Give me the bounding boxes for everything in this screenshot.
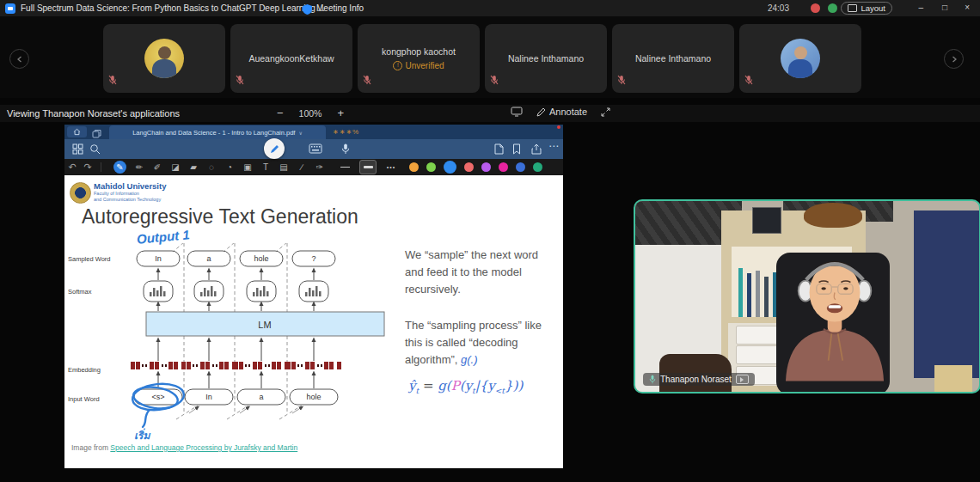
pdf-app-window: LangChain and Data Science - 1 - Intro t… bbox=[64, 125, 563, 468]
pen-color-4[interactable] bbox=[481, 162, 491, 172]
formula-mid: |{y bbox=[475, 378, 495, 394]
zoom-in-button[interactable]: + bbox=[337, 107, 344, 119]
redo-button[interactable]: ↷ bbox=[80, 162, 95, 173]
lasso-tool-icon[interactable]: ◌ bbox=[206, 162, 217, 172]
pointer-tool-icon[interactable]: ✑ bbox=[315, 162, 325, 172]
share-border-dot bbox=[557, 125, 560, 129]
participant-tile[interactable]: kongphop kaochot ! Unverified bbox=[358, 24, 480, 93]
participant-strip: AueangkoonKetkhaw kongphop kaochot ! Unv… bbox=[0, 16, 980, 98]
zoom-out-button[interactable]: − bbox=[277, 107, 284, 119]
more-options-icon[interactable]: ⋯ bbox=[548, 140, 559, 152]
sampled-word-3: ? bbox=[311, 254, 315, 263]
maximize-button[interactable]: □ bbox=[942, 3, 947, 12]
speaker-person bbox=[756, 226, 914, 394]
pen-color-1[interactable] bbox=[426, 162, 436, 172]
pen-color-6[interactable] bbox=[516, 162, 525, 172]
pen-color-5[interactable] bbox=[499, 162, 508, 172]
keyboard-icon[interactable] bbox=[309, 143, 322, 154]
participant-tile[interactable]: Nalinee Inthamano bbox=[485, 24, 607, 93]
meeting-timer: 24:03 bbox=[768, 3, 789, 13]
muted-mic-icon bbox=[617, 73, 626, 88]
participant-tile[interactable] bbox=[739, 24, 861, 93]
meeting-info-button[interactable]: Meeting Info bbox=[316, 3, 364, 13]
minimize-button[interactable]: – bbox=[918, 3, 923, 12]
thickness-medium[interactable] bbox=[359, 160, 377, 174]
annotate-pen-icon bbox=[536, 107, 546, 117]
sampling-formula: ŷt = g(P(yt|{y<t})) bbox=[408, 378, 523, 395]
mahidol-logo bbox=[70, 182, 91, 204]
participant-tile[interactable]: Nalinee Inthamano bbox=[612, 24, 734, 93]
record-indicator-button[interactable] bbox=[811, 3, 820, 13]
decoding-function-symbol: g(.) bbox=[461, 353, 478, 366]
handwritten-start-annotation: เริ่ม bbox=[134, 428, 151, 442]
slide-title: Autoregressive Text Generation bbox=[82, 205, 358, 229]
annotate-label: Annotate bbox=[549, 107, 587, 117]
scroll-left-button[interactable] bbox=[9, 49, 29, 69]
undo-button[interactable]: ↶ bbox=[64, 162, 80, 173]
pen-color-0[interactable] bbox=[409, 162, 419, 172]
home-icon bbox=[73, 128, 81, 136]
footer-citation-link[interactable]: Speech and Language Processing by Jurafs… bbox=[110, 443, 297, 452]
grid-view-icon[interactable] bbox=[72, 143, 83, 155]
thickness-thin[interactable] bbox=[337, 161, 352, 174]
muted-mic-icon bbox=[108, 73, 117, 88]
participant-tile[interactable] bbox=[103, 24, 225, 93]
shared-screen-icon[interactable] bbox=[511, 107, 523, 117]
participant-name: Nalinee Inthamano bbox=[508, 53, 584, 64]
university-name: Mahidol University bbox=[94, 181, 166, 191]
scroll-right-button[interactable] bbox=[944, 49, 964, 69]
encryption-indicator-button[interactable] bbox=[828, 3, 837, 13]
faculty-line-2: and Communication Technology bbox=[94, 197, 166, 203]
pdf-tab-bar: LangChain and Data Science - 1 - Intro t… bbox=[64, 125, 563, 139]
participant-tile[interactable]: AueangkoonKetkhaw bbox=[230, 24, 352, 93]
dictation-mic-icon[interactable] bbox=[341, 143, 350, 155]
pencil-floating-button[interactable] bbox=[264, 138, 285, 159]
pen-tool-icon[interactable]: ✎ bbox=[113, 161, 126, 174]
close-button[interactable]: × bbox=[965, 3, 970, 12]
shapes-tool-icon[interactable]: ◔ bbox=[224, 162, 235, 172]
pen-color-row bbox=[409, 161, 542, 174]
ruler-tool-icon[interactable]: ∕ bbox=[297, 162, 307, 172]
input-word-3: hole bbox=[306, 393, 321, 401]
footer-prefix: Image from bbox=[71, 443, 110, 452]
meeting-title: Full Spectrum Data Science: From Python … bbox=[21, 3, 325, 13]
page-icon[interactable] bbox=[494, 143, 504, 155]
active-document-tab[interactable]: LangChain and Data Science - 1 - Intro t… bbox=[109, 125, 326, 139]
sampled-word-2: hole bbox=[254, 254, 268, 263]
lm-label: LM bbox=[258, 320, 271, 330]
sticker-tool-icon[interactable]: ▤ bbox=[279, 162, 289, 172]
annotation-toolbar: ↶ ↷ ✎✏✐◪▰◌◔▣T▤∕✑ ••• bbox=[64, 159, 563, 175]
window-titlebar: Full Spectrum Data Science: From Python … bbox=[0, 0, 980, 16]
ball-pen-tool-icon[interactable]: ✏ bbox=[134, 162, 144, 172]
chevron-left-icon bbox=[16, 56, 23, 63]
tool-row: ✎✏✐◪▰◌◔▣T▤∕✑ bbox=[113, 161, 325, 174]
highlighter-tool-icon[interactable]: ▰ bbox=[188, 162, 199, 172]
thickness-dotted[interactable]: ••• bbox=[383, 161, 399, 174]
pen-color-2[interactable] bbox=[444, 161, 456, 174]
formula-p: P bbox=[451, 378, 460, 394]
search-icon[interactable] bbox=[89, 143, 101, 155]
pencil-icon bbox=[269, 143, 280, 155]
layout-button[interactable]: Layout bbox=[841, 2, 892, 15]
avatar bbox=[144, 39, 184, 78]
annotate-button[interactable]: Annotate bbox=[536, 107, 587, 117]
text-tool-icon[interactable]: T bbox=[260, 162, 271, 172]
home-button[interactable] bbox=[67, 126, 87, 137]
muted-mic-icon bbox=[363, 73, 371, 88]
thickness-row: ••• bbox=[337, 160, 399, 174]
bookmark-icon[interactable] bbox=[512, 143, 521, 155]
zoom-level[interactable]: 100% bbox=[299, 108, 322, 119]
share-export-icon[interactable] bbox=[531, 143, 542, 155]
pen-color-3[interactable] bbox=[464, 162, 474, 172]
sampled-word-1: a bbox=[206, 254, 211, 263]
eraser-tool-icon[interactable]: ◪ bbox=[170, 162, 181, 172]
expand-icon[interactable] bbox=[601, 107, 610, 117]
formula-close: })) bbox=[505, 378, 523, 394]
pen-color-7[interactable] bbox=[533, 162, 542, 172]
pin-board bbox=[914, 210, 979, 378]
body-paragraph-2: The “sampling process” like this is call… bbox=[405, 317, 558, 369]
input-word-1: In bbox=[205, 393, 212, 401]
image-tool-icon[interactable]: ▣ bbox=[242, 162, 253, 172]
pencil-tool-icon[interactable]: ✐ bbox=[152, 162, 162, 172]
speaker-video[interactable]: Thanapon Noraset bbox=[634, 199, 980, 394]
